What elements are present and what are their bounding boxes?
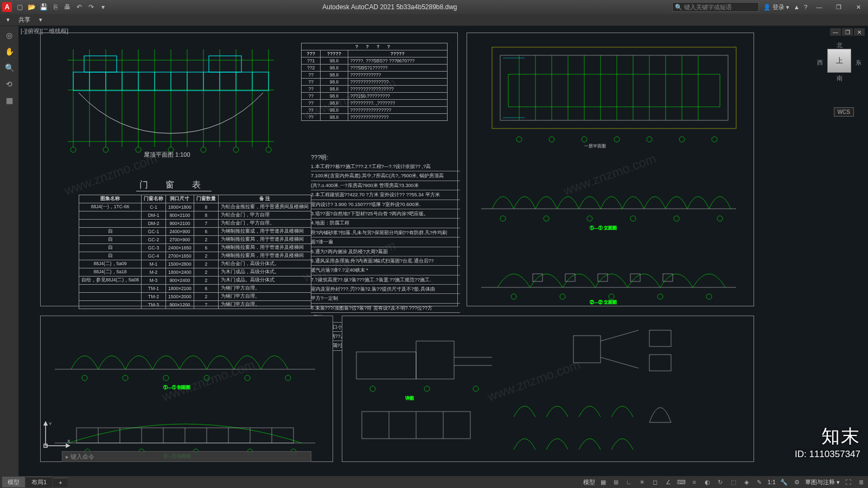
command-line[interactable]: ▸ 键入命令 xyxy=(62,451,311,462)
menu-dropdown-2[interactable]: ▾ xyxy=(36,15,46,24)
menu-dropdown[interactable]: ▾ xyxy=(3,15,13,24)
doc-maximize-button[interactable]: ❐ xyxy=(842,28,853,36)
qat-open-icon[interactable]: 📂 xyxy=(27,3,36,11)
navbar-steering-wheel-icon[interactable]: ◎ xyxy=(2,28,16,42)
svg-rect-100 xyxy=(356,352,416,379)
window-close-button[interactable]: ✕ xyxy=(851,2,866,12)
svg-point-57 xyxy=(679,137,685,142)
quick-access-toolbar: ▢ 📂 💾 ⎘ 🖶 ↶ ↷ ▾ xyxy=(15,3,107,11)
floor-plan-drawing: 一层平面图 xyxy=(470,36,752,150)
tab-model[interactable]: 模型 xyxy=(2,477,25,487)
brand-name: 知末 xyxy=(795,424,860,449)
drawing-canvas[interactable]: [-][俯视][二维线框] — ❐ ✕ 北 西 东 南 上 WCS www.zn… xyxy=(18,26,868,476)
svg-point-35 xyxy=(233,147,239,152)
status-customize-icon[interactable]: ≣ xyxy=(856,477,866,487)
viewcube-east: 东 xyxy=(856,59,861,67)
qat-undo-icon[interactable]: ↶ xyxy=(75,3,84,11)
drawing-viewport-wrap: ◎ ✋ 🔍 ⟲ ▦ [-][俯视][二维线框] — ❐ ✕ 北 西 东 南 上 … xyxy=(0,26,868,476)
tab-add[interactable]: + xyxy=(53,478,67,487)
status-osnap-icon[interactable]: ◻ xyxy=(650,477,660,487)
svg-text:Y: Y xyxy=(49,421,52,426)
svg-text:X: X xyxy=(67,439,71,444)
status-fullscreen-icon[interactable]: ⛶ xyxy=(843,477,853,487)
status-3d-icon[interactable]: ⬚ xyxy=(729,477,738,487)
svg-marker-119 xyxy=(44,422,47,425)
roof-plan-drawing: 屋顶平面图 1:100 xyxy=(57,38,290,158)
command-prompt-icon: ▸ xyxy=(66,453,69,460)
qat-saveas-icon[interactable]: ⎘ xyxy=(51,3,60,11)
qat-save-icon[interactable]: 💾 xyxy=(39,3,48,11)
status-otrack-icon[interactable]: ∠ xyxy=(663,477,673,487)
status-transparency-icon[interactable]: ◐ xyxy=(703,477,712,487)
doc-minimize-button[interactable]: — xyxy=(830,28,841,36)
menu-share[interactable]: 共享 xyxy=(15,15,34,25)
viewport-label[interactable]: [-][俯视][二维线框] xyxy=(21,27,68,35)
svg-point-78 xyxy=(82,375,87,381)
status-scale[interactable]: 1:1 xyxy=(768,479,776,485)
navbar-zoom-icon[interactable]: 🔍 xyxy=(2,61,16,75)
brand-id: ID: 1110357347 xyxy=(795,449,860,460)
svg-point-64 xyxy=(674,216,679,221)
viewcube[interactable]: 北 西 东 南 上 xyxy=(820,42,858,80)
navbar-showmotion-icon[interactable]: ▦ xyxy=(2,93,16,107)
svg-marker-117 xyxy=(66,444,69,447)
status-cycle-icon[interactable]: ↻ xyxy=(716,477,725,487)
navbar-orbit-icon[interactable]: ⟲ xyxy=(2,77,16,91)
svg-point-58 xyxy=(712,137,717,142)
window-minimize-button[interactable]: — xyxy=(812,2,827,12)
status-lwt-icon[interactable]: ≡ xyxy=(690,477,699,487)
elev2-title: ②—② 立面图 xyxy=(590,300,617,305)
qat-dropdown-icon[interactable]: ▾ xyxy=(99,3,107,11)
help-search-input[interactable]: 🔍 键入关键字或短语 xyxy=(672,2,759,12)
search-icon: 🔍 xyxy=(675,4,682,11)
app-icon[interactable]: A xyxy=(2,2,12,12)
svg-rect-37 xyxy=(492,47,736,129)
viewcube-top-face[interactable]: 上 xyxy=(827,49,851,73)
svg-point-79 xyxy=(123,375,128,381)
elevation-drawings: ①—① 立面图 ②—② 立面图 xyxy=(470,155,752,306)
svg-point-60 xyxy=(500,216,506,221)
svg-point-62 xyxy=(587,216,592,221)
svg-point-52 xyxy=(516,137,522,142)
svg-point-106 xyxy=(473,386,478,391)
floor-plan-title: 一层平面图 xyxy=(584,144,606,149)
svg-point-72 xyxy=(511,294,516,299)
status-model-label[interactable]: 模型 xyxy=(583,478,595,486)
window-maximize-button[interactable]: ❐ xyxy=(831,2,846,12)
roof-plan-title: 屋顶平面图 1:100 xyxy=(144,151,190,158)
svg-point-31 xyxy=(103,147,108,152)
navbar-pan-icon[interactable]: ✋ xyxy=(2,44,16,59)
tab-layout1[interactable]: 布局1 xyxy=(26,477,52,487)
wcs-badge[interactable]: WCS xyxy=(834,107,854,117)
title-right-cluster: 🔍 键入关键字或短语 👤 登录 ▾ ▲ ? — ❐ ✕ xyxy=(672,2,866,12)
app-exchange-icon[interactable]: ▲ xyxy=(794,4,800,10)
qat-redo-icon[interactable]: ↷ xyxy=(87,3,95,11)
qat-new-icon[interactable]: ▢ xyxy=(15,3,24,11)
svg-point-76 xyxy=(706,294,712,299)
status-snap-icon[interactable]: ⊞ xyxy=(611,477,621,487)
doc-close-button[interactable]: ✕ xyxy=(854,28,865,36)
svg-point-83 xyxy=(285,375,291,381)
search-placeholder: 键入关键字或短语 xyxy=(684,3,732,11)
detail-drawings: 详图 xyxy=(346,319,752,460)
svg-rect-38 xyxy=(500,55,728,120)
status-iso-icon[interactable]: ◈ xyxy=(742,477,751,487)
status-grid-icon[interactable]: ▦ xyxy=(598,477,608,487)
status-polar-icon[interactable]: ✳ xyxy=(637,477,647,487)
status-wrench-icon[interactable]: 🔧 xyxy=(779,477,789,487)
status-anno-icon[interactable]: ✎ xyxy=(755,477,764,487)
sheet-2: 一层平面图 ①—① 立面图 xyxy=(467,33,754,306)
svg-point-55 xyxy=(614,137,620,142)
qat-plot-icon[interactable]: 🖶 xyxy=(63,3,72,11)
workspace-dropdown[interactable]: 草图与注释 ▾ xyxy=(805,478,840,486)
signin-button[interactable]: 👤 登录 ▾ xyxy=(763,3,789,11)
status-gear-icon[interactable]: ⚙ xyxy=(792,477,802,487)
help-icon[interactable]: ? xyxy=(804,4,807,10)
status-ortho-icon[interactable]: ∟ xyxy=(624,477,634,487)
svg-rect-16 xyxy=(84,56,117,72)
svg-point-54 xyxy=(582,137,587,142)
status-dyn-icon[interactable]: ⌨ xyxy=(676,477,686,487)
svg-rect-114 xyxy=(649,330,671,346)
svg-point-56 xyxy=(647,137,652,142)
section1-title: ①—① 剖面图 xyxy=(163,385,190,390)
